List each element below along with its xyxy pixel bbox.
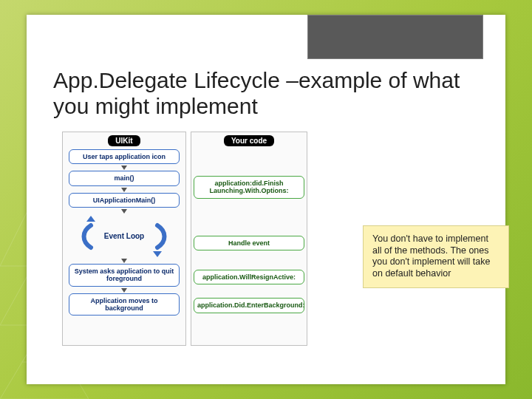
slide-body: App.Delegate Lifecycle –example of what …: [27, 15, 505, 384]
arrow-down-icon: [121, 288, 127, 293]
step-box: application.Did.EnterBackground:: [194, 298, 304, 313]
yourcode-column: Your code application:did.Finish Launchi…: [191, 132, 307, 346]
step-box: User taps application icon: [69, 149, 180, 164]
svg-marker-5: [86, 216, 95, 222]
event-loop: Event Loop: [69, 214, 180, 257]
arrow-down-icon: [121, 166, 127, 170]
uikit-column-title: UIKit: [108, 135, 140, 146]
arrow-down-icon: [121, 188, 127, 192]
slide-title: App.Delegate Lifecycle –example of what …: [53, 68, 482, 119]
step-box: Application moves to background: [69, 293, 180, 316]
step-box: main(): [69, 171, 180, 185]
yourcode-column-title: Your code: [224, 135, 274, 146]
step-box: Handle event: [194, 236, 304, 250]
step-box: application.WillResignActive:: [194, 270, 304, 284]
svg-marker-6: [153, 251, 162, 257]
decorative-block: [307, 15, 483, 59]
arrow-down-icon: [121, 259, 127, 263]
callout-note: You don't have to implement all of the m…: [363, 225, 509, 288]
step-box: application:did.Finish Launching.With.Op…: [194, 176, 304, 199]
uikit-column: UIKit User taps application icon main() …: [62, 132, 186, 346]
step-box: UIApplicationMain(): [69, 193, 180, 208]
step-box: System asks application to quit foregrou…: [69, 264, 180, 287]
lifecycle-diagram: UIKit User taps application icon main() …: [62, 132, 313, 346]
arrow-down-icon: [121, 209, 127, 214]
